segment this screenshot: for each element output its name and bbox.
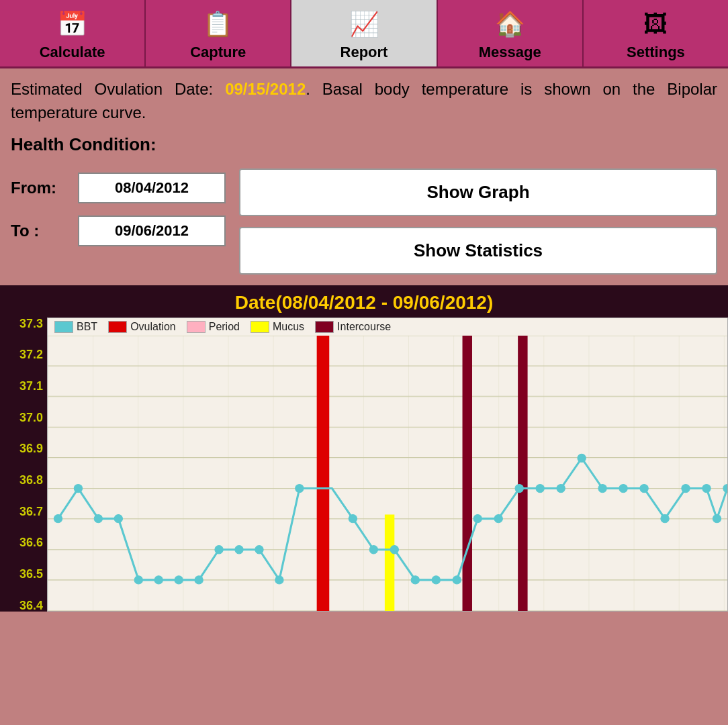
- svg-point-14: [94, 514, 102, 522]
- y-label-364: 36.4: [4, 599, 43, 612]
- calculate-icon: 📅: [52, 5, 93, 42]
- message-icon: 🏠: [490, 5, 530, 42]
- y-label-365: 36.5: [4, 568, 43, 580]
- svg-point-36: [578, 454, 586, 462]
- svg-point-26: [369, 545, 377, 553]
- nav-capture[interactable]: 📋 Capture: [146, 0, 291, 66]
- to-row: To :: [11, 215, 226, 246]
- y-label-373: 37.3: [4, 318, 43, 330]
- show-graph-button[interactable]: Show Graph: [239, 168, 717, 216]
- chart-inner: BBT Ovulation Period Mucus Intercourse: [47, 318, 728, 612]
- svg-point-43: [713, 514, 721, 522]
- info-prefix: Estimated Ovulation Date:: [11, 80, 225, 98]
- mucus-label: Mucus: [273, 321, 304, 333]
- y-label-366: 36.6: [4, 536, 43, 548]
- legend-bbt: BBT: [54, 321, 97, 333]
- bbt-label: BBT: [77, 321, 97, 333]
- svg-point-32: [494, 514, 502, 522]
- ovulation-swatch: [108, 321, 127, 333]
- svg-point-27: [390, 545, 398, 553]
- y-label-370: 37.0: [4, 412, 43, 424]
- show-statistics-button[interactable]: Show Statistics: [239, 227, 717, 275]
- date-inputs: From: To :: [11, 173, 226, 246]
- svg-point-39: [640, 484, 648, 492]
- svg-point-12: [54, 514, 62, 522]
- svg-point-30: [453, 575, 461, 583]
- action-buttons: Show Graph Show Statistics: [239, 168, 717, 275]
- ovulation-bar-1: [317, 336, 330, 611]
- from-label: From:: [11, 179, 71, 197]
- svg-point-23: [275, 575, 283, 583]
- to-label: To :: [11, 222, 71, 240]
- period-label: Period: [209, 321, 240, 333]
- intercourse-label: Intercourse: [337, 321, 391, 333]
- chart-title: Date(08/04/2012 - 09/06/2012): [0, 285, 728, 318]
- report-label: Report: [340, 44, 388, 61]
- info-text: Estimated Ovulation Date: 09/15/2012. Ba…: [11, 78, 717, 125]
- nav-report[interactable]: 📈 Report: [291, 0, 437, 66]
- y-label-372: 37.2: [4, 348, 43, 360]
- svg-point-25: [349, 514, 357, 522]
- y-label-371: 37.1: [4, 380, 43, 392]
- nav-calculate[interactable]: 📅 Calculate: [0, 0, 146, 66]
- message-label: Message: [479, 44, 541, 61]
- nav-message[interactable]: 🏠 Message: [438, 0, 584, 66]
- chart-container: 37.3 37.2 37.1 37.0 36.9 36.8 36.7 36.6 …: [0, 318, 728, 612]
- svg-point-34: [536, 484, 544, 492]
- intercourse-bar-1: [463, 336, 472, 611]
- legend-intercourse: Intercourse: [315, 321, 391, 333]
- ovulation-label: Ovulation: [130, 321, 176, 333]
- svg-point-16: [134, 575, 142, 583]
- y-label-369: 36.9: [4, 442, 43, 454]
- period-swatch: [187, 321, 206, 333]
- svg-point-29: [432, 575, 440, 583]
- svg-point-24: [295, 484, 304, 492]
- from-date-input[interactable]: [78, 173, 226, 203]
- mucus-swatch: [251, 321, 269, 333]
- to-date-input[interactable]: [78, 215, 226, 246]
- intercourse-swatch: [315, 321, 334, 333]
- svg-point-21: [235, 545, 243, 553]
- bbt-swatch: [54, 321, 73, 333]
- chart-area: Date(08/04/2012 - 09/06/2012) 37.3 37.2 …: [0, 285, 728, 612]
- controls-area: From: To : Show Graph Show Statistics: [0, 162, 728, 285]
- svg-point-37: [598, 484, 606, 492]
- top-navigation: 📅 Calculate 📋 Capture 📈 Report 🏠 Message…: [0, 0, 728, 68]
- y-axis: 37.3 37.2 37.1 37.0 36.9 36.8 36.7 36.6 …: [0, 318, 47, 612]
- svg-point-33: [515, 484, 523, 492]
- mucus-bar-1: [385, 514, 394, 611]
- svg-point-18: [175, 575, 183, 583]
- capture-icon: 📋: [198, 5, 238, 42]
- svg-point-20: [215, 545, 223, 553]
- legend-ovulation: Ovulation: [108, 321, 176, 333]
- ovulation-date: 09/15/2012: [225, 80, 306, 98]
- report-icon: 📈: [344, 5, 384, 42]
- info-area: Estimated Ovulation Date: 09/15/2012. Ba…: [0, 68, 728, 162]
- svg-point-28: [411, 575, 419, 583]
- svg-point-42: [702, 484, 711, 492]
- svg-point-41: [682, 484, 690, 492]
- settings-label: Settings: [627, 44, 685, 61]
- svg-point-19: [195, 575, 203, 583]
- svg-point-17: [154, 575, 163, 583]
- svg-point-38: [619, 484, 627, 492]
- chart-legend: BBT Ovulation Period Mucus Intercourse: [48, 318, 727, 336]
- calculate-label: Calculate: [40, 44, 105, 61]
- svg-point-35: [557, 484, 565, 492]
- legend-period: Period: [187, 321, 240, 333]
- capture-label: Capture: [190, 44, 246, 61]
- svg-point-22: [255, 545, 263, 553]
- health-condition-label: Health Condition:: [11, 134, 717, 155]
- y-label-367: 36.7: [4, 505, 43, 518]
- legend-mucus: Mucus: [251, 321, 304, 333]
- svg-point-31: [473, 514, 482, 522]
- nav-settings[interactable]: 🖼 Settings: [584, 0, 728, 66]
- y-label-368: 36.8: [4, 474, 43, 486]
- intercourse-bar-2: [518, 336, 527, 611]
- svg-point-15: [114, 514, 122, 522]
- settings-icon: 🖼: [635, 5, 676, 42]
- from-row: From:: [11, 173, 226, 203]
- svg-point-40: [661, 514, 669, 522]
- svg-point-13: [74, 484, 82, 492]
- chart-svg: [48, 336, 727, 611]
